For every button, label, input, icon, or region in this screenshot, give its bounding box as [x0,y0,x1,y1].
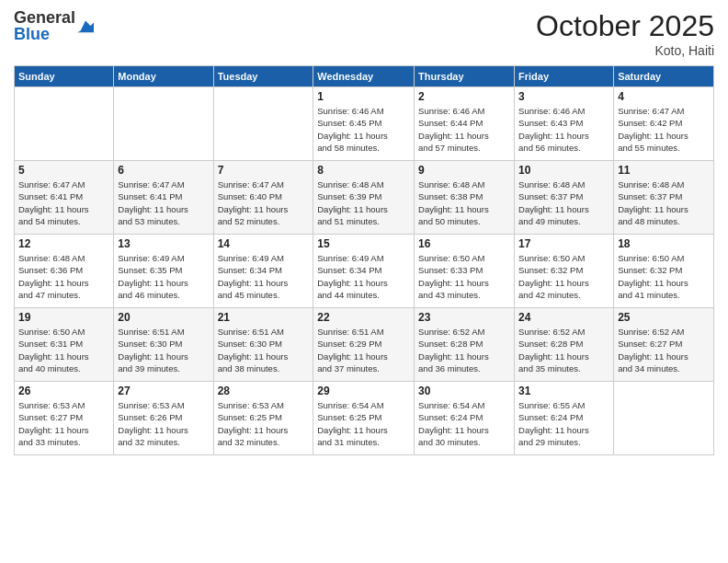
table-row: 14Sunrise: 6:49 AM Sunset: 6:34 PM Dayli… [213,235,313,308]
calendar-table: Sunday Monday Tuesday Wednesday Thursday… [14,65,714,455]
table-row: 23Sunrise: 6:52 AM Sunset: 6:28 PM Dayli… [415,308,515,382]
day-detail: Sunrise: 6:52 AM Sunset: 6:28 PM Dayligh… [418,326,510,374]
day-detail: Sunrise: 6:51 AM Sunset: 6:29 PM Dayligh… [317,326,410,374]
day-number: 2 [418,90,510,103]
day-number: 22 [317,311,410,324]
table-row: 3Sunrise: 6:46 AM Sunset: 6:43 PM Daylig… [515,87,614,161]
day-detail: Sunrise: 6:54 AM Sunset: 6:24 PM Dayligh… [418,399,510,448]
header: General Blue October 2025 Koto, Haiti [14,9,714,58]
logo-blue: Blue [14,26,75,42]
day-detail: Sunrise: 6:47 AM Sunset: 6:41 PM Dayligh… [18,178,109,227]
day-number: 18 [618,237,710,250]
table-row: 26Sunrise: 6:53 AM Sunset: 6:27 PM Dayli… [15,382,114,455]
table-row [114,87,213,161]
day-detail: Sunrise: 6:48 AM Sunset: 6:39 PM Dayligh… [317,178,410,227]
table-row: 12Sunrise: 6:48 AM Sunset: 6:36 PM Dayli… [15,235,114,308]
title-block: October 2025 Koto, Haiti [536,9,714,58]
table-row: 24Sunrise: 6:52 AM Sunset: 6:28 PM Dayli… [515,308,614,382]
day-detail: Sunrise: 6:47 AM Sunset: 6:42 PM Dayligh… [618,105,710,154]
table-row: 15Sunrise: 6:49 AM Sunset: 6:34 PM Dayli… [313,235,415,308]
day-number: 24 [518,311,609,324]
table-row: 11Sunrise: 6:48 AM Sunset: 6:37 PM Dayli… [614,161,714,235]
table-row: 6Sunrise: 6:47 AM Sunset: 6:41 PM Daylig… [114,161,213,235]
table-row: 20Sunrise: 6:51 AM Sunset: 6:30 PM Dayli… [114,308,213,382]
day-number: 21 [218,311,310,324]
table-row: 19Sunrise: 6:50 AM Sunset: 6:31 PM Dayli… [15,308,114,382]
day-detail: Sunrise: 6:52 AM Sunset: 6:27 PM Dayligh… [618,326,710,374]
day-detail: Sunrise: 6:48 AM Sunset: 6:36 PM Dayligh… [18,252,109,301]
col-sunday: Sunday [15,66,114,87]
col-friday: Friday [515,66,614,87]
day-number: 29 [317,385,410,397]
table-row: 9Sunrise: 6:48 AM Sunset: 6:38 PM Daylig… [415,161,515,235]
calendar-week-row: 5Sunrise: 6:47 AM Sunset: 6:41 PM Daylig… [15,161,714,235]
day-number: 5 [18,164,109,177]
day-detail: Sunrise: 6:46 AM Sunset: 6:44 PM Dayligh… [418,105,510,154]
calendar-week-row: 19Sunrise: 6:50 AM Sunset: 6:31 PM Dayli… [15,308,714,382]
day-number: 14 [218,237,310,250]
day-detail: Sunrise: 6:52 AM Sunset: 6:28 PM Dayligh… [518,326,609,374]
table-row: 29Sunrise: 6:54 AM Sunset: 6:25 PM Dayli… [313,382,415,455]
table-row: 28Sunrise: 6:53 AM Sunset: 6:25 PM Dayli… [213,382,313,455]
table-row: 21Sunrise: 6:51 AM Sunset: 6:30 PM Dayli… [213,308,313,382]
logo-text: General Blue [14,9,75,42]
table-row [614,382,714,455]
table-row: 1Sunrise: 6:46 AM Sunset: 6:45 PM Daylig… [313,87,415,161]
day-detail: Sunrise: 6:50 AM Sunset: 6:33 PM Dayligh… [418,252,510,301]
col-thursday: Thursday [415,66,515,87]
day-number: 17 [518,237,609,250]
day-detail: Sunrise: 6:48 AM Sunset: 6:37 PM Dayligh… [518,178,609,227]
day-detail: Sunrise: 6:49 AM Sunset: 6:35 PM Dayligh… [118,252,209,301]
table-row: 10Sunrise: 6:48 AM Sunset: 6:37 PM Dayli… [515,161,614,235]
day-detail: Sunrise: 6:50 AM Sunset: 6:32 PM Dayligh… [518,252,609,301]
col-wednesday: Wednesday [313,66,415,87]
day-detail: Sunrise: 6:53 AM Sunset: 6:25 PM Dayligh… [218,399,310,448]
day-detail: Sunrise: 6:47 AM Sunset: 6:41 PM Dayligh… [118,178,209,227]
day-detail: Sunrise: 6:51 AM Sunset: 6:30 PM Dayligh… [118,326,209,374]
page: General Blue October 2025 Koto, Haiti Su… [0,0,728,563]
month-title: October 2025 [536,9,714,43]
table-row: 13Sunrise: 6:49 AM Sunset: 6:35 PM Dayli… [114,235,213,308]
calendar-week-row: 1Sunrise: 6:46 AM Sunset: 6:45 PM Daylig… [15,87,714,161]
day-number: 20 [118,311,209,324]
day-detail: Sunrise: 6:51 AM Sunset: 6:30 PM Dayligh… [218,326,310,374]
day-detail: Sunrise: 6:47 AM Sunset: 6:40 PM Dayligh… [218,178,310,227]
day-number: 9 [418,164,510,177]
table-row: 4Sunrise: 6:47 AM Sunset: 6:42 PM Daylig… [614,87,714,161]
table-row: 2Sunrise: 6:46 AM Sunset: 6:44 PM Daylig… [415,87,515,161]
col-monday: Monday [114,66,213,87]
table-row: 30Sunrise: 6:54 AM Sunset: 6:24 PM Dayli… [415,382,515,455]
day-detail: Sunrise: 6:49 AM Sunset: 6:34 PM Dayligh… [218,252,310,301]
day-number: 10 [518,164,609,177]
day-detail: Sunrise: 6:46 AM Sunset: 6:43 PM Dayligh… [518,105,609,154]
table-row: 16Sunrise: 6:50 AM Sunset: 6:33 PM Dayli… [415,235,515,308]
day-number: 3 [518,90,609,103]
day-number: 25 [618,311,710,324]
location: Koto, Haiti [536,43,714,58]
svg-marker-0 [77,21,94,33]
day-detail: Sunrise: 6:53 AM Sunset: 6:26 PM Dayligh… [118,399,209,448]
day-detail: Sunrise: 6:48 AM Sunset: 6:38 PM Dayligh… [418,178,510,227]
day-number: 4 [618,90,710,103]
day-number: 15 [317,237,410,250]
day-detail: Sunrise: 6:53 AM Sunset: 6:27 PM Dayligh… [18,399,109,448]
col-saturday: Saturday [614,66,714,87]
table-row: 22Sunrise: 6:51 AM Sunset: 6:29 PM Dayli… [313,308,415,382]
day-detail: Sunrise: 6:48 AM Sunset: 6:37 PM Dayligh… [618,178,710,227]
table-row [213,87,313,161]
table-row: 17Sunrise: 6:50 AM Sunset: 6:32 PM Dayli… [515,235,614,308]
day-number: 31 [518,385,609,397]
day-number: 16 [418,237,510,250]
table-row: 5Sunrise: 6:47 AM Sunset: 6:41 PM Daylig… [15,161,114,235]
day-number: 13 [118,237,209,250]
table-row [15,87,114,161]
day-number: 30 [418,385,510,397]
day-number: 8 [317,164,410,177]
table-row: 8Sunrise: 6:48 AM Sunset: 6:39 PM Daylig… [313,161,415,235]
day-number: 27 [118,385,209,397]
logo-general: General [14,9,75,26]
day-detail: Sunrise: 6:49 AM Sunset: 6:34 PM Dayligh… [317,252,410,301]
col-tuesday: Tuesday [213,66,313,87]
day-number: 7 [218,164,310,177]
day-number: 1 [317,90,410,103]
